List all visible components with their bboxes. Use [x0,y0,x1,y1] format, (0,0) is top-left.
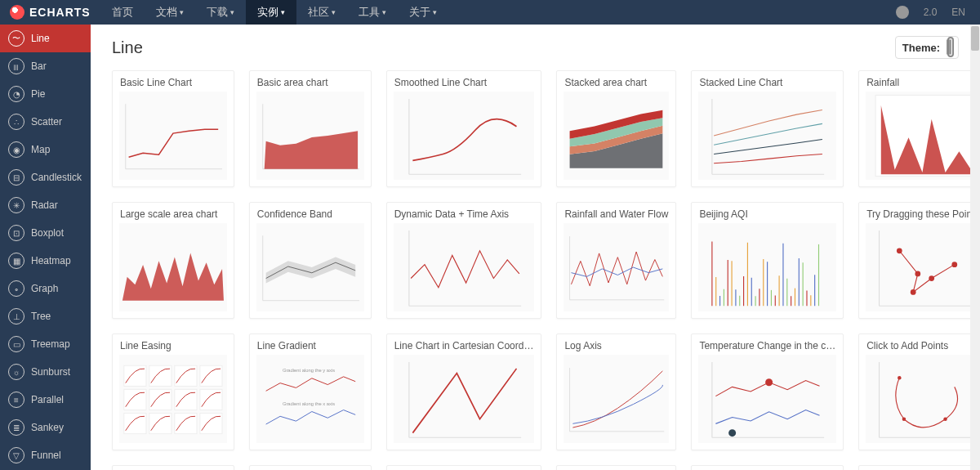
example-card[interactable]: Confidence Band [249,202,372,319]
top-nav: ECHARTS 首页文档▾下载▾实例▾社区▾工具▾关于▾ 2.0 EN [0,0,980,25]
svg-point-58 [952,262,958,267]
card-thumbnail [119,223,227,311]
example-card[interactable]: Basic area chart [249,70,372,187]
sidebar-item-heatmap[interactable]: ▦Heatmap [0,247,91,275]
example-card[interactable]: Rainfall [858,70,980,187]
card-title: Stacked area chart [557,71,675,88]
graph-icon: ∘ [8,280,24,297]
sidebar-item-label: Sunburst [31,366,70,378]
box-icon: ⊡ [8,225,24,241]
card-thumbnail [119,92,227,180]
example-card[interactable]: Tooltip and DataZoom on Mo… [858,465,980,470]
example-card[interactable]: Line Easing [112,333,234,450]
sidebar-item-line[interactable]: 〜Line [0,25,91,52]
card-thumbnail: Gradient along the y axisGradient along … [256,355,364,443]
example-card[interactable]: Dynamic Data + Time Axis [386,202,542,319]
funnel-icon: ▽ [8,447,24,463]
card-title: Line Chart in Cartesian Coord… [387,334,541,351]
top-right: 2.0 EN [896,6,980,19]
sidebar-item-label: Scatter [31,116,62,128]
example-card[interactable]: Distribution of Electricity [386,465,542,470]
scrollbar-thumb[interactable] [971,26,979,51]
brand-logo[interactable]: ECHARTS [0,5,100,20]
card-thumbnail [394,223,535,311]
example-card[interactable]: Smoothed Line Chart [386,70,542,187]
sidebar-item-sunburst[interactable]: ☼Sunburst [0,358,91,386]
card-title: Line Easing [113,334,234,351]
scatter-icon: ∴ [8,114,24,130]
example-card[interactable]: Stacked area chart [556,70,676,187]
card-title: Rainfall [859,71,980,88]
example-card[interactable]: Basic Line Chart [112,70,234,187]
github-icon[interactable] [896,6,909,19]
caret-down-icon: ▾ [281,8,285,16]
nav-item-5[interactable]: 工具▾ [347,0,398,25]
line-icon: 〜 [8,30,24,47]
scrollbar[interactable] [970,25,980,470]
example-card[interactable]: Two Value-Axes in Polar [112,465,234,470]
example-card[interactable]: Stacked Line Chart [691,70,844,187]
example-card[interactable]: Beijing AQI [691,202,844,319]
nav-item-4[interactable]: 社区▾ [296,0,347,25]
card-title: Distribution of Electricity [387,466,541,470]
example-card[interactable]: Line GradientGradient along the y axisGr… [249,333,372,450]
sidebar-item-funnel[interactable]: ▽Funnel [0,441,91,469]
nav-item-6[interactable]: 关于▾ [398,0,448,25]
radar-icon: ✳ [8,197,24,213]
svg-point-84 [902,418,906,422]
heat-icon: ▦ [8,253,24,269]
tree-icon: ⊥ [8,308,24,325]
svg-point-55 [915,271,921,277]
sidebar-item-label: Line [31,33,50,44]
card-title: Log Axis [557,334,675,351]
sidebar-item-label: Sankey [31,422,64,433]
example-card[interactable]: Rainfall and Water Flow [556,202,676,319]
version-link[interactable]: 2.0 [924,7,938,18]
example-card[interactable]: Line Chart in Cartesian Coord… [386,333,542,450]
svg-point-57 [929,275,934,281]
sidebar-item-graph[interactable]: ∘Graph [0,275,91,302]
main-nav: 首页文档▾下载▾实例▾社区▾工具▾关于▾ [100,0,448,25]
sidebar-item-map[interactable]: ◉Map [0,136,91,163]
sidebar-item-boxplot[interactable]: ⊡Boxplot [0,219,91,247]
card-thumbnail [564,223,669,311]
example-card[interactable]: Log Axis [556,333,676,450]
sidebar-item-treemap[interactable]: ▭Treemap [0,330,91,358]
sidebar-item-parallel[interactable]: ≡Parallel [0,386,91,414]
card-title: Tooltip and DataZoom on Mo… [859,466,980,470]
card-title: Stacked Line Chart [692,71,843,88]
example-card[interactable]: Temperature Change in the c… [691,333,844,450]
card-thumbnail [256,92,364,180]
example-card[interactable]: Step Line [556,465,676,470]
card-title: Beijing AQI [692,203,843,220]
theme-swatch-dark[interactable] [950,39,951,55]
sidebar-item-candlestick[interactable]: ⊟Candlestick [0,163,91,191]
example-card[interactable]: Line Style and Item Style [691,465,844,470]
example-card[interactable]: Click to Add Points [858,333,980,450]
sidebar-item-sankey[interactable]: ≣Sankey [0,414,91,441]
card-title: Two Value-Axes in Polar [250,466,371,470]
card-thumbnail [866,92,980,180]
nav-item-0[interactable]: 首页 [100,0,145,25]
sidebar-item-label: Pie [31,88,45,100]
card-title: Basic Line Chart [113,71,234,88]
sidebar-item-label: Parallel [31,394,64,405]
example-card[interactable]: Two Value-Axes in Polar [249,465,372,470]
sidebar-item-tree[interactable]: ⊥Tree [0,302,91,330]
sidebar-item-bar[interactable]: ⫼Bar [0,52,91,80]
nav-item-2[interactable]: 下载▾ [195,0,246,25]
example-card[interactable]: Try Dragging these Points [858,202,980,319]
sidebar-item-scatter[interactable]: ∴Scatter [0,108,91,136]
nav-item-1[interactable]: 文档▾ [145,0,195,25]
sankey-icon: ≣ [8,419,24,436]
card-title: Step Line [557,466,675,470]
sidebar-item-pie[interactable]: ◔Pie [0,80,91,108]
sidebar-item-radar[interactable]: ✳Radar [0,191,91,219]
nav-item-3[interactable]: 实例▾ [246,0,296,25]
brand-text: ECHARTS [29,6,91,19]
card-thumbnail [698,355,836,443]
example-card[interactable]: Large scale area chart [112,202,234,319]
sun-icon: ☼ [8,364,24,380]
lang-toggle[interactable]: EN [951,7,965,18]
svg-marker-19 [265,257,355,283]
